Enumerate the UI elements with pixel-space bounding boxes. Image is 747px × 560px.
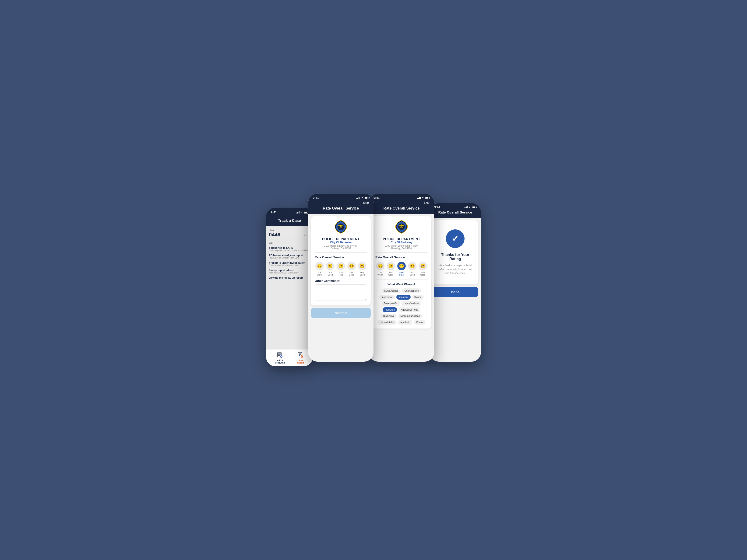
track-case-footer: Add aFollow up CloseReport xyxy=(266,349,313,366)
rating-the-worst-phone2[interactable]: 😞 TheWorst xyxy=(315,262,325,276)
done-button[interactable]: Done xyxy=(432,287,478,297)
comments-input-phone2[interactable] xyxy=(315,285,367,301)
header-phone3: Rate Overall Service xyxy=(369,206,434,214)
time-phone1: 9:41 xyxy=(271,211,277,214)
rating-not-good-phone3[interactable]: 😐 NotGood xyxy=(386,262,396,276)
status-icons-phone2: ▾ xyxy=(357,196,369,199)
battery-icon-phone1 xyxy=(304,211,308,213)
tag-inefficient[interactable]: Inefficient xyxy=(383,307,397,312)
tag-insensitive[interactable]: Insensitive xyxy=(379,295,395,300)
case-number: 0446 xyxy=(269,232,280,238)
timeline-item-2: r report is under investigation /2024, L… xyxy=(269,261,310,266)
done-button-label[interactable]: Done xyxy=(432,287,478,297)
tag-apathetic[interactable]: Apathetic xyxy=(398,320,412,325)
phone-thanks: 9:41 ▾ Rate Overall Service ✓ Thanks for… xyxy=(430,203,481,362)
rating-just-fine-phone2[interactable]: 🙂 JustFine xyxy=(336,262,346,276)
divider2-phone3 xyxy=(376,279,428,280)
face-the-worst-phone2[interactable]: 😞 xyxy=(315,262,324,270)
signal-icon-phone2 xyxy=(357,197,360,199)
face-just-fine-phone2[interactable]: 🙂 xyxy=(337,262,345,270)
status-icons-phone3: ▾ xyxy=(417,196,430,199)
tag-aggressive-tone[interactable]: Aggressive Tone xyxy=(398,307,420,312)
time-phone4: 9:41 xyxy=(434,205,440,209)
skip-button-phone3[interactable]: Skip xyxy=(424,201,430,205)
face-just-fine-phone3[interactable]: 🙂 xyxy=(397,262,406,270)
phone3-scroll-area: POLICE DEPT POLICE DEPARTMENT City Of Be… xyxy=(369,214,434,331)
thanks-title: Thanks for Your Rating xyxy=(436,253,474,261)
status-bar-phone3: 9:41 ▾ xyxy=(369,194,434,201)
wifi-icon-phone1: ▾ xyxy=(301,211,303,214)
face-not-good-phone3[interactable]: 😐 xyxy=(387,262,395,270)
rating-row-phone3: 😞 TheWorst 😐 NotGood 🙂 JustFine 😊 JustGo… xyxy=(376,262,428,276)
wifi-icon-phone2: ▾ xyxy=(362,196,363,199)
label-not-good-phone3: NotGood xyxy=(388,271,393,276)
track-case-header: Track a Case xyxy=(266,215,313,226)
divider-phone2 xyxy=(315,252,367,253)
tag-miscommunication[interactable]: Miscommunication xyxy=(398,314,422,319)
rating-title-phone3: Rate Overall Service xyxy=(376,256,428,259)
check-circle: ✓ xyxy=(446,229,465,248)
tag-disrespectful[interactable]: Disrespectful xyxy=(382,301,400,306)
rating-just-good-phone3[interactable]: 😊 JustGood xyxy=(407,262,417,276)
police-badge-svg-phone3: POLICE DEPT xyxy=(394,220,409,234)
dept-city-phone3: City Of Berkeley xyxy=(376,241,428,244)
face-just-good-phone3[interactable]: 😊 xyxy=(408,262,416,270)
label-the-worst-phone2: TheWorst xyxy=(317,271,322,276)
label-just-fine-phone2: JustFine xyxy=(339,271,343,276)
time-phone2: 9:41 xyxy=(313,196,319,199)
signal-icon-phone3 xyxy=(417,197,421,199)
status-icons-phone4: ▾ xyxy=(464,206,476,208)
close-report-label: CloseReport xyxy=(297,359,304,364)
wifi-icon-phone3: ▾ xyxy=(422,196,423,199)
divider-phone3 xyxy=(376,252,428,253)
add-followup-label: Add aFollow up xyxy=(275,359,285,364)
phone-rate-service-2: 9:41 ▾ Skip Rate Overall Service xyxy=(369,194,434,362)
close-report-button[interactable]: CloseReport xyxy=(297,352,304,364)
dept-name-phone3: POLICE DEPARTMENT xyxy=(376,237,428,241)
tag-unpredictable[interactable]: Unpredictable xyxy=(378,320,396,325)
rating-row-phone2: 😞 TheWorst 😐 NotGood 🙂 JustFine 😊 JustGo… xyxy=(315,262,367,276)
timeline-item-4: viewing the follow up report xyxy=(269,276,310,279)
face-very-good-phone3[interactable]: 😄 xyxy=(418,262,427,270)
face-very-good-phone2[interactable]: 😄 xyxy=(358,262,366,270)
skip-bar-phone2: Skip xyxy=(308,201,374,206)
submit-button-phone2[interactable]: Submit xyxy=(311,308,371,318)
tag-rude-attitude[interactable]: Rude Attitude xyxy=(382,288,401,293)
tag-dismissive[interactable]: Dismissive xyxy=(381,314,397,319)
rating-the-worst-phone3[interactable]: 😞 TheWorst xyxy=(376,262,385,276)
tag-others[interactable]: Others xyxy=(414,320,426,325)
rating-just-fine-phone3[interactable]: 🙂 JustFine xyxy=(396,262,406,276)
dept-address-phone2: 2100 Martin Luther King Jr Way,Berkeley,… xyxy=(315,244,367,250)
thanks-description: Your feedback helps us buildsafer commun… xyxy=(436,263,474,275)
face-not-good-phone2[interactable]: 😐 xyxy=(326,262,334,270)
wrong-title-phone3: What Went Wrong? xyxy=(376,283,428,286)
add-followup-button[interactable]: Add aFollow up xyxy=(275,352,285,364)
status-bar-phone2: 9:41 ▾ xyxy=(308,194,374,201)
header-title-phone4: Rate Overall Service xyxy=(438,210,472,214)
tag-unresponsive[interactable]: Unresponsive xyxy=(402,288,421,293)
tag-impatient[interactable]: Impatient xyxy=(396,295,411,300)
screens-container: 9:41 ▾ Track a Case nber: 0446 • • • xyxy=(266,194,481,366)
rating-very-good-phone2[interactable]: 😄 VeryGood xyxy=(357,262,367,276)
timeline-item-0: e Reported to LAPD /2024, reported by Ke… xyxy=(269,246,310,251)
face-just-good-phone2[interactable]: 😊 xyxy=(347,262,356,270)
phone-rate-service-1: 9:41 ▾ Skip Rate Overall Service xyxy=(308,194,374,362)
thanks-card: ✓ Thanks for Your Rating Your feedback h… xyxy=(432,220,478,285)
header-phone4: Rate Overall Service xyxy=(430,210,481,218)
tag-unprofessional[interactable]: Unprofessional xyxy=(401,301,421,306)
label-just-good-phone2: JustGood xyxy=(349,271,354,276)
face-the-worst-phone3[interactable]: 😞 xyxy=(376,262,384,270)
signal-icon-phone4 xyxy=(464,206,468,208)
status-bar-phone1: 9:41 ▾ xyxy=(266,208,313,215)
tag-biased[interactable]: Biased xyxy=(412,295,424,300)
phone-track-case: 9:41 ▾ Track a Case nber: 0446 • • • xyxy=(266,208,313,366)
rating-just-good-phone2[interactable]: 😊 JustGood xyxy=(347,262,357,276)
label-very-good-phone3: VeryGood xyxy=(420,271,425,276)
label-just-fine-phone3: JustFine xyxy=(400,271,404,276)
rating-not-good-phone2[interactable]: 😐 NotGood xyxy=(326,262,335,276)
rating-card-phone3: POLICE DEPT POLICE DEPARTMENT City Of Be… xyxy=(371,216,431,328)
track-case-content: nber: 0446 • • • tus: e Reported to LAPD… xyxy=(266,226,313,366)
dept-name-phone2: POLICE DEPARTMENT xyxy=(315,237,367,241)
skip-button-phone2[interactable]: Skip xyxy=(363,201,369,205)
rating-very-good-phone3[interactable]: 😄 VeryGood xyxy=(418,262,428,276)
